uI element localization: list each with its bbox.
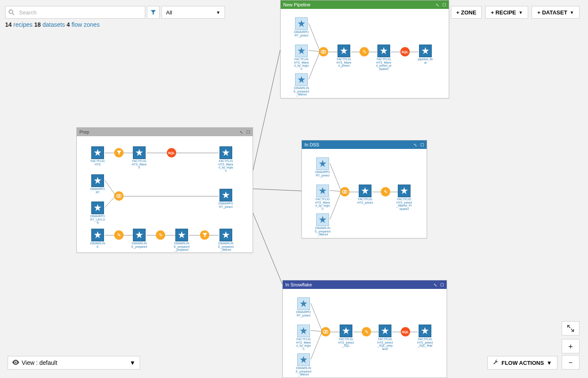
zone-body: DIMAIRPORT_joined FACTFLIGHTS_filtered_b… (281, 9, 449, 99)
zone-title: In Snowflake (285, 282, 312, 287)
svg-point-22 (9, 10, 13, 14)
zone-header[interactable]: In Snowflake ⤡ ☐ (283, 280, 447, 289)
svg-point-24 (15, 361, 17, 363)
zone-new-pipeline[interactable]: New Pipeline ⤡ ☐ DIMAIRPORT_joined FACTF… (280, 0, 449, 98)
dataset-node[interactable]: FACTFLIGHTS_filtered_joined (336, 45, 352, 67)
dataset-node[interactable]: DIMAIRLINE_prepared_filtered (218, 229, 234, 252)
zones-link[interactable]: flow zones (71, 21, 99, 28)
collapse-icon[interactable]: ⤡ (436, 3, 439, 7)
filter-dropdown[interactable]: All ▼ (161, 6, 225, 19)
svg-line-10 (309, 50, 319, 51)
recipe-sql[interactable]: SQL (400, 47, 410, 56)
search-input[interactable] (17, 6, 145, 18)
add-recipe-button[interactable]: + RECIPE▼ (485, 6, 529, 19)
recipe-prepare[interactable]: ✎ (156, 230, 165, 240)
dataset-node[interactable]: FACTFLIGHTS_filtered_joined_prepared (376, 45, 392, 71)
zone-title: Prep (79, 129, 89, 134)
dataset-node[interactable]: FACTFLIGHTS_filtered_by_region (218, 146, 234, 173)
recipe-sql[interactable]: SQL (401, 327, 410, 336)
search-icon[interactable] (6, 6, 17, 18)
svg-line-0 (253, 50, 280, 172)
svg-line-1 (253, 189, 301, 191)
dataset-node[interactable]: FACTFLIGHTS_joined_filtered_Prepared (396, 185, 412, 211)
zone-in-dss[interactable]: In DSS ⤡ ☐ DIMAIRPORT_joined FACTFLIGHTS… (301, 140, 427, 238)
caret-down-icon: ▼ (570, 10, 574, 15)
dataset-node[interactable]: DIMAIRLINE_prepared_prepared (174, 229, 190, 252)
svg-line-26 (571, 329, 574, 331)
zone-in-snowflake[interactable]: In Snowflake ⤡ ☐ DIMAIRPORT_joined FACTF… (282, 280, 447, 378)
dataset-node[interactable]: FACTFLIGHTS_joined_SQL_final (417, 325, 433, 347)
maximize-icon[interactable]: ☐ (442, 3, 446, 7)
add-dataset-button[interactable]: + DATASET▼ (532, 6, 580, 19)
filter-button[interactable] (147, 6, 160, 19)
zone-title: In DSS (304, 142, 319, 147)
recipe-prepare[interactable]: ✎ (381, 187, 390, 196)
dataset-node[interactable]: FACTFLIGHTS_joined_SQL_prepared (377, 325, 393, 351)
view-dropdown[interactable]: View : default ▼ (8, 356, 140, 370)
svg-line-16 (330, 192, 341, 219)
maximize-icon[interactable]: ☐ (420, 143, 424, 147)
svg-line-11 (309, 52, 320, 79)
svg-line-14 (330, 163, 341, 190)
recipes-link[interactable]: recipes (13, 21, 32, 28)
svg-line-19 (311, 303, 322, 330)
dataset-node[interactable]: FACTFLIGHTS_filtered (131, 146, 147, 169)
svg-line-25 (568, 325, 570, 328)
zone-header[interactable]: In DSS ⤡ ☐ (302, 140, 427, 149)
zoom-out-button[interactable]: － (562, 355, 580, 370)
wrench-icon (493, 359, 499, 367)
maximize-icon[interactable]: ☐ (440, 283, 444, 287)
fullscreen-button[interactable] (562, 321, 580, 336)
dataset-node[interactable]: FACTFLIGHTS_joined_SQL (338, 325, 354, 347)
zone-header[interactable]: New Pipeline ⤡ ☐ (281, 0, 449, 9)
dataset-node[interactable]: FACTFLIGHTS_joined (357, 185, 373, 204)
dataset-node[interactable]: DIMAIRPORT_joined (218, 189, 234, 208)
dataset-node[interactable]: pipeline_final (417, 45, 433, 64)
collapse-icon[interactable]: ⤡ (414, 143, 417, 147)
svg-line-21 (311, 332, 322, 359)
zone-body: DIMAIRPORT_joined FACTFLIGHTS_filtered_b… (302, 149, 427, 239)
add-zone-button[interactable]: + ZONE (451, 6, 482, 19)
search-group (5, 6, 145, 19)
caret-down-icon: ▼ (216, 10, 220, 15)
dataset-node[interactable]: FACTFLIGHTS (90, 146, 106, 166)
svg-line-6 (105, 196, 115, 207)
svg-line-9 (309, 23, 320, 50)
zone-prep[interactable]: Prep ⤡ ☐ FACTFLIGHTS FACTFLIGHTS_filtere… (76, 127, 253, 253)
collapse-icon[interactable]: ⤡ (239, 130, 243, 134)
datasets-link[interactable]: datasets (42, 21, 65, 28)
zone-body: DIMAIRPORT_joined FACTFLIGHTS_filtered_b… (283, 289, 447, 378)
recipe-prepare[interactable]: ✎ (362, 327, 371, 336)
recipe-prepare[interactable]: ✎ (114, 230, 124, 240)
caret-down-icon: ▼ (546, 360, 552, 366)
flow-summary: 14 recipes 18 datasets 4 flow zones (5, 21, 100, 28)
zone-body: FACTFLIGHTS FACTFLIGHTS_filtered SQL FAC… (77, 136, 253, 253)
svg-line-5 (105, 180, 115, 195)
svg-line-15 (330, 190, 340, 191)
recipe-filter[interactable] (114, 148, 124, 157)
flow-actions-button[interactable]: FLOW ACTIONS ▼ (487, 356, 557, 370)
zone-header[interactable]: Prep ⤡ ☐ (77, 128, 253, 136)
svg-line-23 (12, 13, 14, 15)
eye-icon (12, 359, 19, 366)
maximize-icon[interactable]: ☐ (246, 130, 250, 134)
zoom-in-button[interactable]: ＋ (562, 339, 580, 353)
caret-down-icon: ▼ (129, 359, 135, 366)
svg-line-2 (253, 212, 282, 284)
svg-line-20 (311, 330, 321, 331)
recipe-sql[interactable]: SQL (167, 148, 176, 157)
flow-canvas[interactable]: Prep ⤡ ☐ FACTFLIGHTS FACTFLIGHTS_filtere… (0, 0, 588, 378)
collapse-icon[interactable]: ⤡ (433, 283, 437, 287)
recipe-prepare[interactable]: ✎ (360, 47, 369, 56)
dataset-node[interactable]: DIMAIRLINE (90, 229, 106, 248)
dataset-node[interactable]: DIMAIRLINE_prepared (131, 229, 147, 248)
caret-down-icon: ▼ (519, 10, 523, 15)
recipe-filter[interactable] (200, 230, 209, 240)
zone-title: New Pipeline (283, 2, 310, 7)
